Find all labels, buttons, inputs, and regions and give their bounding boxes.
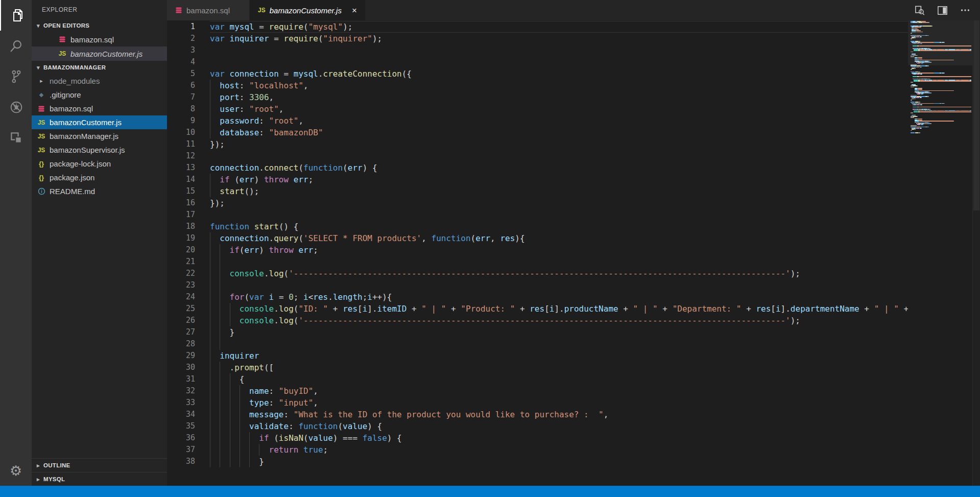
scrollbar-slider[interactable] <box>973 20 979 210</box>
token: " | " <box>633 304 658 314</box>
code-line-content[interactable]: start(); <box>210 185 908 197</box>
code-line-content[interactable] <box>210 44 908 56</box>
file-label: bamazon.sql <box>70 35 114 44</box>
file-item-bamazoncustomer-js[interactable]: JSbamazonCustomer.js <box>32 115 167 129</box>
file-item-package-json[interactable]: {}package.json <box>32 171 167 184</box>
open-editor-item-bamazoncustomer-js[interactable]: JSbamazonCustomer.js <box>32 46 167 61</box>
file-item-bamazonsupervisor-js[interactable]: JSbamazonSupervisor.js <box>32 143 167 157</box>
open-editors-section: ▾OPEN EDITORSbamazon.sqlJSbamazonCustome… <box>32 19 167 61</box>
code-line-content[interactable]: validate: function(value) { <box>210 420 908 432</box>
activity-bar-item-explorer[interactable] <box>0 0 32 31</box>
tab-bamazon-sql[interactable]: bamazon.sql <box>167 0 250 20</box>
token: (); <box>244 186 259 196</box>
token: "bamazonDB" <box>269 128 323 137</box>
code-line-content[interactable]: database: "bamazonDB" <box>210 127 908 138</box>
file-item-gitignore[interactable]: ◆.gitignore <box>32 88 167 102</box>
code-line-content[interactable]: name: "buyID", <box>210 385 908 397</box>
file-item-readme-md[interactable]: README.md <box>32 184 167 198</box>
token <box>210 104 220 114</box>
code-line-content[interactable]: user: "root", <box>210 103 908 115</box>
minimap-viewport[interactable] <box>908 20 973 65</box>
section-outline[interactable]: ▸OUTLINE <box>32 458 167 472</box>
code-line-content[interactable]: inquirer <box>210 350 908 362</box>
code-line-content[interactable] <box>210 256 908 268</box>
token: + <box>328 304 343 314</box>
code-line-content[interactable] <box>210 209 908 221</box>
code-line-content[interactable]: console.log('---------------------------… <box>210 315 908 326</box>
code-line-content[interactable]: if (isNaN(value) === false) { <box>210 432 908 444</box>
settings-button[interactable]: ⚙ <box>0 456 32 486</box>
code-line-content[interactable]: function start() { <box>210 221 908 232</box>
code-editor[interactable]: 1var mysql = require("mysql");2var inqui… <box>167 21 908 486</box>
code-line-content[interactable]: }); <box>210 197 908 209</box>
vertical-scrollbar[interactable] <box>972 20 980 486</box>
section-mysql[interactable]: ▸MYSQL <box>32 472 167 486</box>
open-changes-button[interactable] <box>914 5 925 16</box>
code-line-25: 25 console.log("ID: " + res[i].itemID + … <box>167 303 908 315</box>
file-item-bamazonmanager-js[interactable]: JSbamazonManager.js <box>32 129 167 143</box>
line-number: 25 <box>167 303 210 315</box>
code-line-content[interactable]: } <box>210 326 908 338</box>
code-line-content[interactable]: } <box>210 456 908 467</box>
braces-icon: {} <box>39 160 44 168</box>
token: + <box>446 304 461 314</box>
code-line-content[interactable]: var connection = mysql.createConnection(… <box>210 68 908 80</box>
code-line-content[interactable]: connection.connect(function(err) { <box>210 162 908 174</box>
token: + <box>618 304 633 314</box>
tabs: bamazon.sqlJSbamazonCustomer.js× <box>167 0 366 20</box>
info-icon <box>38 187 45 195</box>
activity-bar-item-search[interactable] <box>0 31 32 61</box>
code-line-content[interactable]: console.log("ID: " + res[i].itemID + " |… <box>210 303 908 315</box>
code-line-content[interactable]: console.log('---------------------------… <box>210 268 908 279</box>
code-line-17: 17 <box>167 209 908 221</box>
code-line-content[interactable]: host: "localhost", <box>210 80 908 91</box>
code-line-content[interactable]: message: "What is the ID of the product … <box>210 409 908 420</box>
code-line-content[interactable]: connection.query('SELECT * FROM products… <box>210 232 908 244</box>
folder-header[interactable]: ▾BAMAZONMANAGER <box>32 61 167 74</box>
code-line-content[interactable]: }); <box>210 138 908 150</box>
code-line-2: 2var inquirer = require("inquirer"); <box>167 33 908 44</box>
code-line-content[interactable]: return true; <box>210 444 908 456</box>
code-line-content[interactable]: .prompt([ <box>210 362 908 373</box>
file-item-bamazon-sql[interactable]: bamazon.sql <box>32 102 167 115</box>
code-line-content[interactable]: if (err) throw err; <box>210 174 908 185</box>
code-line-content[interactable]: var mysql = require("mysql"); <box>210 21 908 33</box>
code-line-content[interactable]: var inquirer = require("inquirer"); <box>210 33 908 44</box>
token: departmentName <box>791 304 859 314</box>
open-editors-header[interactable]: ▾OPEN EDITORS <box>32 19 167 32</box>
token <box>210 92 220 102</box>
token: , <box>298 116 303 126</box>
code-line-content[interactable] <box>210 150 908 162</box>
indent-guide <box>230 444 230 456</box>
close-icon[interactable]: × <box>352 6 357 15</box>
section-mysql-label: MYSQL <box>43 476 65 482</box>
code-line-content[interactable]: for(var i = 0; i<res.length;i++){ <box>210 291 908 303</box>
indent-guide <box>249 456 250 467</box>
token: log <box>269 269 284 278</box>
tab-bamazoncustomer-js[interactable]: JSbamazonCustomer.js× <box>250 0 366 20</box>
file-item-package-lock-json[interactable]: {}package-lock.json <box>32 157 167 171</box>
file-item-node-modules[interactable]: ▸node_modules <box>32 74 167 88</box>
code-line-content[interactable]: if(err) throw err; <box>210 244 908 256</box>
code-line-content[interactable]: type: "input", <box>210 397 908 409</box>
token: : <box>240 92 249 102</box>
token: console <box>240 304 274 314</box>
code-line-content[interactable]: password: "root", <box>210 115 908 127</box>
indent-guide <box>210 127 210 138</box>
activity-bar-item-extensions[interactable] <box>0 123 32 153</box>
minimap[interactable] <box>908 20 973 486</box>
activity-bar-item-debug[interactable] <box>0 92 32 123</box>
code-line-content[interactable]: port: 3306, <box>210 91 908 103</box>
code-line-content[interactable]: { <box>210 373 908 385</box>
more-actions-button[interactable] <box>960 5 971 16</box>
code-line-content[interactable] <box>210 279 908 291</box>
indent-guide <box>210 409 210 420</box>
open-editor-item-bamazon-sql[interactable]: bamazon.sql <box>32 32 167 46</box>
activity-bar-item-source-control[interactable] <box>0 61 32 92</box>
code-line-content[interactable] <box>210 338 908 350</box>
split-editor-button[interactable] <box>937 5 948 16</box>
code-line-38: 38 } <box>167 456 908 467</box>
token: ( <box>244 292 249 302</box>
code-line-content[interactable] <box>210 56 908 68</box>
code-line-21: 21 <box>167 256 908 268</box>
